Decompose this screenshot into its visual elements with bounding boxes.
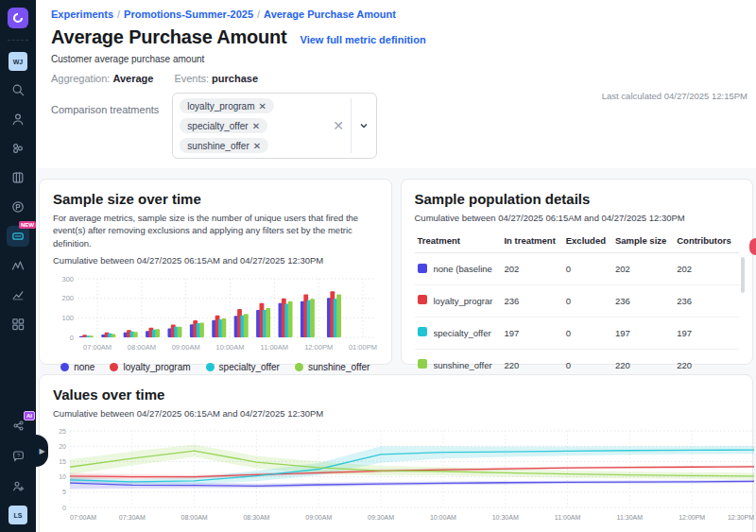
legend-dot [206, 363, 215, 371]
main-content: Experiments/Promotions-Summer-2025/Avera… [36, 0, 756, 532]
treatment-tag[interactable]: specialty_offer✕ [180, 118, 267, 133]
legend-label: specialty_offer [219, 362, 280, 372]
metric-subtitle: Customer average purchase amount [51, 54, 747, 64]
values-title: Values over time [53, 386, 739, 403]
treatment-tag[interactable]: loyalty_program✕ [180, 98, 274, 113]
col-sample-size: Sample size [612, 231, 674, 253]
legend-item: none [60, 362, 94, 372]
events-value: purchase [212, 73, 258, 84]
legend-dot [60, 363, 69, 371]
ai-assistant-icon[interactable]: AI [7, 415, 29, 436]
experiments-icon[interactable]: NEW [7, 226, 29, 247]
scrollbar-thumb[interactable] [741, 257, 745, 293]
feature-gates-icon[interactable] [7, 167, 29, 188]
svg-text:11:00AM: 11:00AM [261, 343, 288, 352]
table-cell: 220 [674, 349, 739, 380]
svg-text:20: 20 [59, 443, 66, 450]
remove-tag-icon[interactable]: ✕ [253, 141, 261, 151]
breadcrumb-experiment-name[interactable]: Promotions-Summer-2025 [124, 9, 253, 20]
table-cell: 0 [563, 317, 612, 349]
table-cell: 202 [612, 253, 674, 285]
treatment-name: sunshine_offer [434, 360, 492, 370]
col-treatment: Treatment [415, 231, 502, 253]
treatment-tag[interactable]: sunshine_offer✕ [180, 138, 268, 153]
treatment-swatch [418, 359, 427, 369]
table-cell: 202 [501, 253, 562, 285]
treatments-multiselect[interactable]: loyalty_program✕ specialty_offer✕ sunshi… [172, 93, 377, 159]
page-header: Experiments/Promotions-Summer-2025/Avera… [36, 0, 756, 168]
breadcrumb-experiments[interactable]: Experiments [51, 9, 113, 20]
aggregation-row: Aggregation:AverageEvents:purchase [51, 73, 747, 84]
population-cumulative: Cumulative between 04/27/2025 06:15AM an… [415, 213, 740, 223]
table-row: none (baseline)2020202202 [415, 253, 740, 285]
svg-text:08:00AM: 08:00AM [181, 514, 208, 521]
user-avatar[interactable]: LS [9, 506, 27, 524]
sample-size-description: For average metrics, sample size is the … [53, 212, 378, 249]
search-icon[interactable] [7, 79, 29, 100]
aggregation-value: Average [112, 73, 153, 84]
population-title: Sample population details [415, 191, 740, 207]
treatment-name: loyalty_program [434, 296, 492, 306]
chevron-right-icon: ▶ [39, 447, 44, 455]
right-edge-tab[interactable] [749, 238, 756, 255]
sample-size-title: Sample size over time [53, 191, 378, 207]
aggregation-label: Aggregation: [51, 73, 110, 84]
svg-text:09:00AM: 09:00AM [305, 514, 332, 521]
svg-text:100: 100 [61, 314, 74, 322]
treatment-swatch [418, 264, 427, 273]
svg-text:07:30AM: 07:30AM [119, 514, 146, 521]
clear-all-icon[interactable]: ✕ [333, 119, 344, 132]
legend-label: sunshine_offer [308, 362, 369, 372]
workspace-avatar[interactable]: WJ [9, 52, 27, 71]
svg-text:07:00AM: 07:00AM [70, 514, 96, 521]
svg-text:12:30PM: 12:30PM [728, 514, 754, 521]
table-scrollbar[interactable] [741, 257, 745, 377]
svg-text:10:30AM: 10:30AM [492, 514, 519, 521]
svg-text:0: 0 [62, 505, 66, 511]
table-cell: 0 [563, 253, 612, 285]
table-cell: 0 [563, 349, 612, 380]
svg-text:08:00AM: 08:00AM [128, 343, 156, 352]
breadcrumb-metric-name[interactable]: Average Purchase Amount [264, 9, 396, 20]
legend-dot [295, 363, 303, 371]
table-row: loyalty_program2360236236 [415, 284, 740, 317]
remove-tag-icon[interactable]: ✕ [258, 101, 266, 112]
statsig-logo-icon[interactable] [8, 8, 28, 28]
metrics-icon[interactable] [7, 284, 29, 305]
svg-text:?: ? [16, 452, 19, 457]
table-cell: 202 [674, 253, 739, 285]
help-chat-icon[interactable]: ? [7, 445, 29, 466]
sidebar-divider [8, 40, 28, 41]
dashboards-icon[interactable] [7, 314, 29, 335]
treatment-tag-label: loyalty_program [187, 101, 254, 112]
pulse-icon[interactable] [7, 197, 29, 217]
legend-label: loyalty_program [123, 362, 190, 372]
svg-text:12:00PM: 12:00PM [679, 514, 705, 521]
table-cell: 236 [674, 284, 739, 317]
page-title: Average Purchase Amount [51, 26, 287, 48]
cards-area: Sample size over time For average metric… [36, 168, 756, 532]
chart-legend: none loyalty_program specialty_offer sun… [53, 362, 378, 372]
svg-text:10: 10 [59, 473, 66, 480]
svg-text:10:00AM: 10:00AM [215, 343, 244, 352]
table-cell: 197 [674, 317, 739, 349]
chevron-down-icon[interactable] [358, 120, 369, 131]
last-calculated-text: Last calculated 04/27/2025 12:15PM [602, 91, 747, 101]
view-metric-definition-link[interactable]: View full metric definition [301, 34, 426, 45]
treatment-swatch [418, 327, 427, 336]
svg-text:15: 15 [59, 458, 66, 465]
users-icon[interactable] [7, 109, 29, 129]
values-line-chart: 051015202507:00AM07:30AM08:00AM08:30AM09… [53, 426, 739, 528]
table-cell: 236 [501, 284, 562, 317]
svg-text:08:30AM: 08:30AM [243, 514, 269, 521]
holdouts-icon[interactable] [7, 255, 29, 276]
svg-text:01:00PM: 01:00PM [349, 343, 377, 352]
svg-text:25: 25 [59, 428, 66, 435]
table-header-row: Treatment In treatment Excluded Sample s… [415, 231, 740, 253]
segments-icon[interactable] [7, 138, 29, 159]
remove-tag-icon[interactable]: ✕ [252, 121, 260, 131]
table-cell: 220 [501, 349, 562, 380]
legend-dot [110, 363, 118, 371]
invite-user-icon[interactable] [7, 475, 29, 496]
sample-size-cumulative: Cumulative between 04/27/2025 06:15AM an… [53, 255, 378, 266]
